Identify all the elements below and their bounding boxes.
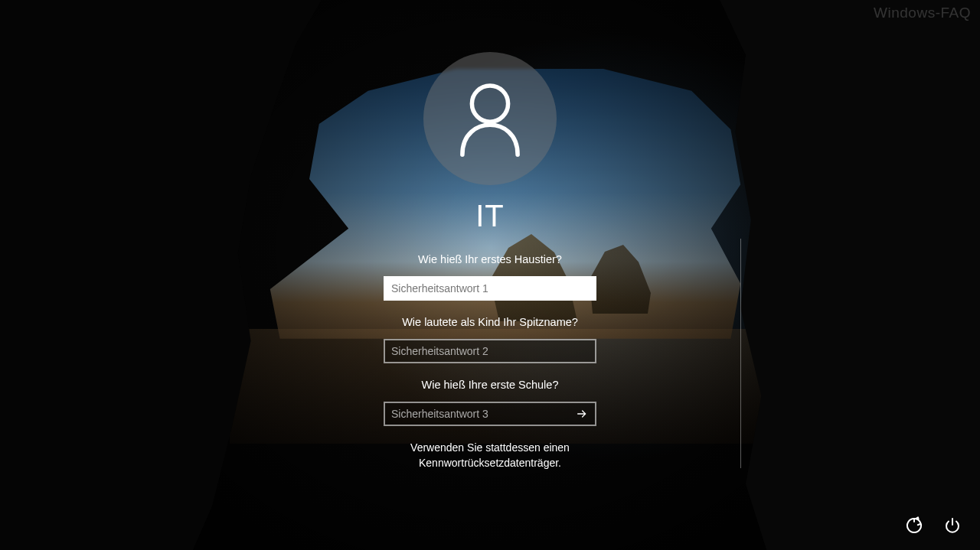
security-answer-row-3 (384, 402, 596, 426)
password-reset-disk-link[interactable]: Verwenden Sie stattdessen einen Kennwort… (383, 440, 597, 471)
ease-of-access-button[interactable] (903, 515, 925, 536)
security-question-1: Wie hieß Ihr erstes Haustier? (418, 253, 562, 265)
submit-button[interactable] (569, 402, 596, 426)
security-question-3: Wie hieß Ihre erste Schule? (422, 379, 559, 391)
user-avatar (423, 52, 557, 185)
security-answer-row-1 (384, 276, 596, 301)
security-answer-row-2 (384, 339, 596, 363)
security-answer-input-1[interactable] (384, 276, 596, 301)
svg-point-0 (472, 86, 508, 122)
background-cave-right (720, 0, 980, 550)
security-question-2: Wie lautete als Kind Ihr Spitzname? (402, 316, 578, 328)
login-panel: IT Wie hieß Ihr erstes Haustier? Wie lau… (329, 52, 651, 471)
lock-screen: Windows-FAQ IT Wie hieß Ihr erstes Haust… (0, 0, 980, 550)
username-label: IT (475, 199, 505, 233)
security-answer-input-3[interactable] (384, 402, 569, 426)
power-icon (943, 516, 962, 535)
system-buttons (903, 515, 963, 536)
vertical-separator (740, 239, 741, 468)
power-button[interactable] (942, 515, 963, 536)
user-icon (456, 80, 524, 157)
arrow-right-icon (576, 408, 588, 420)
security-answer-input-2[interactable] (384, 339, 596, 363)
ease-of-access-icon (905, 516, 923, 535)
watermark-text: Windows-FAQ (874, 5, 971, 21)
